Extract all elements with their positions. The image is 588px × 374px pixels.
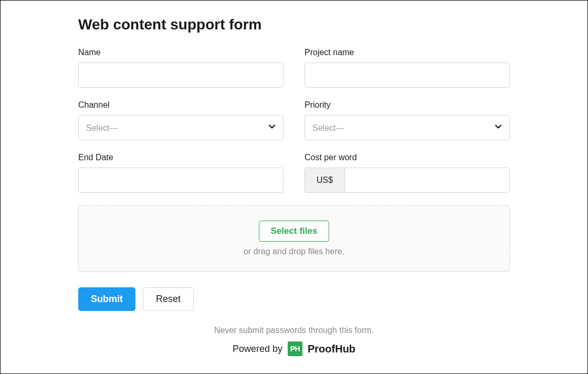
name-input[interactable] xyxy=(78,63,284,88)
powered-by: Powered by PH ProofHub xyxy=(78,341,510,356)
group-project-name: Project name xyxy=(304,48,510,88)
cost-per-word-input[interactable] xyxy=(345,168,509,192)
end-date-label: End Date xyxy=(78,153,284,162)
group-cost-per-word: Cost per word US$ xyxy=(304,153,510,193)
priority-select[interactable]: Select--- xyxy=(304,115,510,140)
channel-label: Channel xyxy=(78,100,284,110)
group-channel: Channel Select--- xyxy=(78,100,284,140)
currency-group: US$ xyxy=(304,168,510,193)
reset-button[interactable]: Reset xyxy=(143,287,194,311)
password-warning: Never submit passwords through this form… xyxy=(78,326,510,335)
drop-hint: or drag and drop files here. xyxy=(87,247,501,256)
group-end-date: End Date xyxy=(78,153,284,193)
group-priority: Priority Select--- xyxy=(304,100,510,140)
end-date-input[interactable] xyxy=(78,168,284,193)
footer: Never submit passwords through this form… xyxy=(78,326,510,356)
cost-per-word-label: Cost per word xyxy=(304,153,510,162)
group-name: Name xyxy=(78,48,284,88)
channel-select[interactable]: Select--- xyxy=(78,115,284,140)
brand-name: ProofHub xyxy=(308,343,355,355)
submit-button[interactable]: Submit xyxy=(78,287,135,311)
row-3: End Date Cost per word US$ xyxy=(78,153,510,193)
select-files-button[interactable]: Select files xyxy=(259,221,330,242)
powered-by-label: Powered by xyxy=(233,344,282,355)
priority-select-wrapper: Select--- xyxy=(304,115,510,140)
channel-select-wrapper: Select--- xyxy=(78,115,284,140)
form-title: Web content support form xyxy=(78,16,510,33)
row-1: Name Project name xyxy=(78,48,510,88)
proofhub-logo-icon: PH xyxy=(288,341,302,356)
form-container: Web content support form Name Project na… xyxy=(1,1,587,356)
name-label: Name xyxy=(78,48,284,57)
row-2: Channel Select--- Priority Select--- xyxy=(78,100,510,140)
actions-row: Submit Reset xyxy=(78,287,510,311)
currency-prefix: US$ xyxy=(305,168,345,192)
file-drop-zone[interactable]: Select files or drag and drop files here… xyxy=(78,205,510,272)
project-name-input[interactable] xyxy=(304,63,510,88)
project-name-label: Project name xyxy=(304,48,510,57)
priority-label: Priority xyxy=(304,100,510,110)
